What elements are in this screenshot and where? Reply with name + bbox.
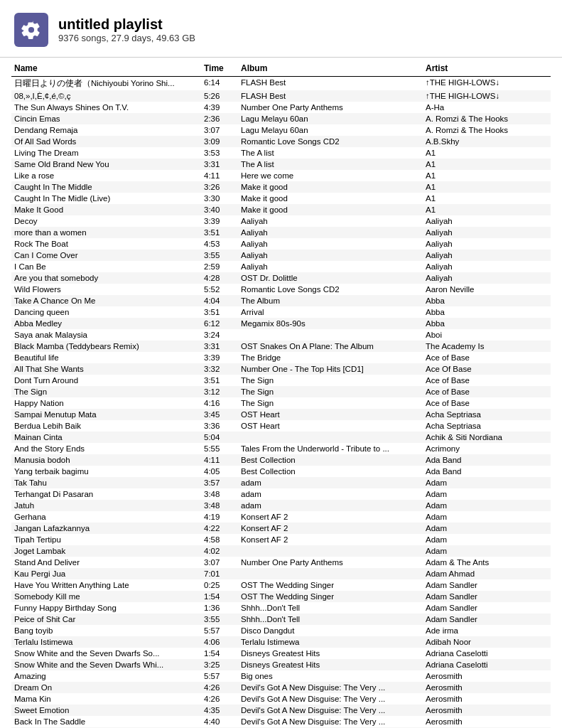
table-row[interactable]: And the Story Ends5:55Tales From the Und…	[11, 443, 551, 454]
table-row[interactable]: Jatuh3:48adamAdam	[11, 500, 551, 511]
song-name: Manusia bodoh	[11, 454, 201, 466]
table-row[interactable]: Manusia bodoh4:11Best CollectionAda Band	[11, 454, 551, 466]
table-row[interactable]: Tipah Tertipu4:58Konsert AF 2Adam	[11, 534, 551, 545]
song-artist: Abba	[423, 318, 551, 329]
table-row[interactable]: Kau Pergi Jua7:01Adam Ahmad	[11, 568, 551, 579]
song-name: Terhangat Di Pasaran	[11, 488, 201, 500]
song-name: Dancing queen	[11, 306, 201, 318]
table-row[interactable]: Jangan Lafazkannya4:22Konsert AF 2Adam	[11, 523, 551, 534]
table-row[interactable]: Are you that somebody4:28OST Dr. Dolittl…	[11, 272, 551, 284]
table-row[interactable]: All That She Wants3:32Number One - The T…	[11, 363, 551, 375]
song-album: OST The Wedding Singer	[238, 579, 423, 591]
song-name: Dont Turn Around	[11, 375, 201, 386]
song-time: 3:57	[201, 477, 238, 488]
table-row[interactable]: Cincin Emas2:36Lagu Melayu 60anA. Romzi …	[11, 113, 551, 124]
song-album: The A list	[238, 159, 423, 170]
song-artist: A. Romzi & The Hooks	[423, 113, 551, 124]
table-row[interactable]: Abba Medley6:12Megamix 80s-90sAbba	[11, 318, 551, 329]
table-row[interactable]: Rock The Boat4:53AaliyahAaliyah	[11, 238, 551, 250]
table-row[interactable]: The Sun Always Shines On T.V.4:39Number …	[11, 102, 551, 113]
song-time: 3:48	[201, 488, 238, 500]
song-time: 5:57	[201, 625, 238, 636]
table-row[interactable]: Saya anak Malaysia3:24Aboi	[11, 329, 551, 341]
song-album: OST Heart	[238, 409, 423, 420]
table-row[interactable]: Back In The Saddle4:40Devil's Got A New …	[11, 716, 551, 727]
table-row[interactable]: Tak Tahu3:57adamAdam	[11, 477, 551, 488]
song-time: 0:25	[201, 579, 238, 591]
table-row[interactable]: Snow White and the Seven Dwarfs Whi...3:…	[11, 659, 551, 670]
table-row[interactable]: Mama Kin4:26Devil's Got A New Disguise: …	[11, 693, 551, 705]
song-name: Back In The Saddle	[11, 716, 201, 727]
song-time: 4:26	[201, 693, 238, 705]
table-row[interactable]: Wild Flowers5:52Romantic Love Songs CD2A…	[11, 284, 551, 295]
table-row[interactable]: Berdua Lebih Baik3:36OST HeartAcha Septr…	[11, 420, 551, 432]
song-artist: Adam Sandler	[423, 591, 551, 602]
table-row[interactable]: Dancing queen3:51ArrivalAbba	[11, 306, 551, 318]
table-row[interactable]: 日曜日よりの使者（Nichiyoubi Yorino Shi...6:14FLA…	[11, 77, 551, 91]
table-row[interactable]: Dream On4:26Devil's Got A New Disguise: …	[11, 682, 551, 693]
song-time: 3:30	[201, 193, 238, 204]
table-row[interactable]: Caught In The Midle (Live)3:30Make it go…	[11, 193, 551, 204]
song-artist: Adam	[423, 488, 551, 500]
song-name: Peice of Shit Car	[11, 614, 201, 625]
table-row[interactable]: Bang toyib5:57Disco DangdutAde irma	[11, 625, 551, 636]
table-row[interactable]: Gerhana4:19Konsert AF 2Adam	[11, 511, 551, 523]
table-row[interactable]: Dont Turn Around3:51The SignAce of Base	[11, 375, 551, 386]
table-row[interactable]: Joget Lambak4:02Adam	[11, 545, 551, 557]
song-artist: Adriana Caselotti	[423, 659, 551, 670]
table-row[interactable]: Sweet Emotion4:35Devil's Got A New Disgu…	[11, 705, 551, 716]
song-name: Amazing	[11, 670, 201, 682]
table-row[interactable]: Living The Dream3:53The A listA1	[11, 147, 551, 159]
table-row[interactable]: Funny Happy Birthday Song1:36Shhh...Don'…	[11, 602, 551, 614]
table-row[interactable]: more than a women3:51AaliyahAaliyah	[11, 227, 551, 238]
song-name: 08,»,I,È,¢,é,©,ç	[11, 90, 201, 102]
song-name: Gerhana	[11, 511, 201, 523]
table-row[interactable]: Mainan Cinta5:04Achik & Siti Nordiana	[11, 432, 551, 443]
song-name: Stand And Deliver	[11, 557, 201, 568]
song-time: 3:25	[201, 659, 238, 670]
song-time: 4:40	[201, 716, 238, 727]
table-row[interactable]: Caught In The Middle3:26Make it goodA1	[11, 181, 551, 193]
song-name: Have You Written Anything Late	[11, 579, 201, 591]
song-time: 6:14	[201, 77, 238, 91]
table-row[interactable]: Have You Written Anything Late0:25OST Th…	[11, 579, 551, 591]
table-row[interactable]: Snow White and the Seven Dwarfs So...1:5…	[11, 648, 551, 659]
song-time: 6:12	[201, 318, 238, 329]
table-row[interactable]: Decoy3:39AaliyahAaliyah	[11, 215, 551, 227]
table-row[interactable]: Take A Chance On Me4:04The AlbumAbba	[11, 295, 551, 306]
song-album: Romantic Love Songs CD2	[238, 136, 423, 147]
table-row[interactable]: Dendang Remaja3:07Lagu Melayu 60anA. Rom…	[11, 124, 551, 136]
song-name: Living The Dream	[11, 147, 201, 159]
song-album: Konsert AF 2	[238, 511, 423, 523]
table-row[interactable]: I Can Be2:59AaliyahAaliyah	[11, 261, 551, 272]
song-name: Of All Sad Words	[11, 136, 201, 147]
table-row[interactable]: Yang terbaik bagimu4:05Best CollectionAd…	[11, 466, 551, 477]
table-row[interactable]: Terlalu Istimewa4:06Terlalu IstimewaAdib…	[11, 636, 551, 648]
table-row[interactable]: Terhangat Di Pasaran3:48adamAdam	[11, 488, 551, 500]
table-row[interactable]: Make It Good3:40Make it goodA1	[11, 204, 551, 215]
table-row[interactable]: Sampai Menutup Mata3:45OST HeartAcha Sep…	[11, 409, 551, 420]
table-row[interactable]: Like a rose4:11Here we comeA1	[11, 170, 551, 181]
song-artist: A-Ha	[423, 102, 551, 113]
table-row[interactable]: Can I Come Over3:55AaliyahAaliyah	[11, 250, 551, 261]
table-row[interactable]: Peice of Shit Car3:55Shhh...Don't TellAd…	[11, 614, 551, 625]
song-album: adam	[238, 500, 423, 511]
table-row[interactable]: Somebody Kill me1:54OST The Wedding Sing…	[11, 591, 551, 602]
table-row[interactable]: The Sign3:12The SignAce of Base	[11, 386, 551, 397]
table-row[interactable]: Black Mamba (Teddybears Remix)3:31OST Sn…	[11, 341, 551, 352]
table-row[interactable]: Same Old Brand New You3:31The A listA1	[11, 159, 551, 170]
song-album: Number One Party Anthems	[238, 557, 423, 568]
table-row[interactable]: Beautiful life3:39The BridgeAce of Base	[11, 352, 551, 363]
playlist-title: untitled playlist	[58, 16, 195, 33]
song-artist: Acha Septriasa	[423, 409, 551, 420]
song-name: Terlalu Istimewa	[11, 636, 201, 648]
song-name: Berdua Lebih Baik	[11, 420, 201, 432]
table-row[interactable]: Amazing5:57Big onesAerosmith	[11, 670, 551, 682]
table-row[interactable]: 08,»,I,È,¢,é,©,ç5:26FLASH Best↑THE HIGH-…	[11, 90, 551, 102]
song-name: Dream On	[11, 682, 201, 693]
table-row[interactable]: Happy Nation4:16The SignAce of Base	[11, 397, 551, 409]
table-row[interactable]: Of All Sad Words3:09Romantic Love Songs …	[11, 136, 551, 147]
table-row[interactable]: Stand And Deliver3:07Number One Party An…	[11, 557, 551, 568]
song-time: 4:16	[201, 397, 238, 409]
song-time: 3:07	[201, 124, 238, 136]
